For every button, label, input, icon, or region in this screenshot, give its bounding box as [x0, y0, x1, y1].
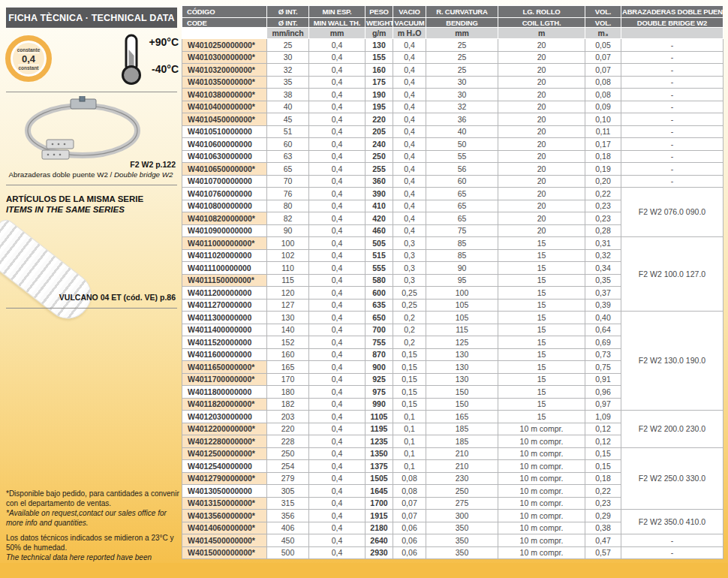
cell-diameter: 220: [267, 423, 309, 435]
cell-weight: 255: [366, 163, 393, 176]
cell-code: W4010510000000: [182, 125, 267, 138]
unit-bending: mm: [426, 28, 498, 39]
divider: [6, 185, 177, 185]
cell-coil: 20: [498, 150, 585, 163]
col-header-vacuum: VACUUM: [393, 18, 426, 28]
cell-bending: 85: [426, 249, 498, 262]
cell-code: W4011800000000: [182, 386, 267, 399]
cell-coil: 15: [498, 324, 585, 336]
cell-diameter: 40: [267, 101, 309, 113]
divider: [6, 92, 177, 92]
cell-code: W4010800000000: [182, 200, 267, 212]
cell-vacuum: 0,4: [393, 101, 426, 113]
cell-volume: 0,08: [585, 89, 621, 101]
cell-diameter: 160: [267, 348, 309, 361]
cell-vacuum: 0,4: [393, 138, 426, 151]
cell-code: W4012280000000*: [182, 435, 267, 448]
cell-weight: 130: [366, 39, 393, 52]
col-header-curvatura: R. CURVATURA: [426, 6, 498, 18]
unit-vacuum: m H₂O: [393, 28, 426, 39]
cell-vacuum: 0,07: [393, 510, 426, 522]
cell-coil: 15: [498, 312, 585, 324]
cell-coil: 20: [498, 39, 585, 52]
cell-code: W4013560000000*: [182, 510, 267, 522]
cell-coil: 15: [498, 274, 585, 287]
col-header-codigo: CÓDIGO: [182, 6, 267, 18]
col-header-double-bridge: DOUBLE BRIDGE W2: [621, 18, 723, 28]
cell-code: W4010600000000: [182, 138, 267, 151]
cell-coil: 10 m compr.: [498, 423, 585, 435]
cell-minwall: 0,4: [309, 163, 366, 176]
cell-minwall: 0,4: [309, 249, 366, 262]
cell-bending: 56: [426, 163, 498, 176]
cell-weight: 205: [366, 125, 393, 138]
cell-weight: 410: [366, 200, 393, 212]
cell-diameter: 406: [267, 522, 309, 534]
cell-diameter: 90: [267, 224, 309, 237]
badge-value: 0,4: [18, 53, 39, 65]
cell-diameter: 32: [267, 64, 309, 77]
cell-vacuum: 0,1: [393, 460, 426, 473]
cell-coil: 10 m compr.: [498, 546, 585, 559]
table-row: W4010300000000*300,41550,425200,07-: [182, 51, 723, 64]
table-body: W4010250000000*250,41300,425200,05-W4010…: [182, 39, 723, 559]
cell-weight: 555: [366, 262, 393, 275]
cell-vacuum: 0,1: [393, 447, 426, 460]
cell-vacuum: 0,15: [393, 386, 426, 399]
cell-weight: 975: [366, 386, 393, 399]
badge-label-bottom: constant: [18, 65, 38, 71]
cell-coil: 15: [498, 336, 585, 349]
cell-volume: 0,73: [585, 348, 621, 361]
cell-clamp-ref: -: [621, 89, 723, 101]
cell-volume: 0,29: [585, 510, 621, 522]
cell-coil: 15: [498, 348, 585, 361]
cell-volume: 1,09: [585, 411, 621, 423]
col-header-peso: PESO: [366, 6, 393, 18]
temp-min-label: -40°C: [152, 63, 179, 75]
cell-minwall: 0,4: [309, 361, 366, 374]
cell-clamp-ref: -: [621, 113, 723, 126]
cell-diameter: 30: [267, 51, 309, 64]
cell-bending: 125: [426, 336, 498, 349]
cell-vacuum: 0,2: [393, 336, 426, 349]
col-header-coil: COIL LGTH.: [498, 18, 585, 28]
cell-clamp-ref: F2 W2 130.0 190.0: [621, 312, 723, 411]
cell-vacuum: 0,06: [393, 546, 426, 559]
cell-weight: 755: [366, 336, 393, 349]
cell-bending: 210: [426, 447, 498, 460]
cell-vacuum: 0,4: [393, 113, 426, 126]
cell-coil: 20: [498, 76, 585, 89]
cell-bending: 105: [426, 299, 498, 312]
cell-bending: 165: [426, 411, 498, 423]
cell-coil: 10 m compr.: [498, 522, 585, 534]
cell-bending: 350: [426, 534, 498, 547]
cell-diameter: 35: [267, 76, 309, 89]
cell-vacuum: 0,4: [393, 64, 426, 77]
cell-volume: 0,23: [585, 212, 621, 225]
cell-bending: 210: [426, 460, 498, 473]
cell-code: W4012540000000: [182, 460, 267, 473]
cell-volume: 0,23: [585, 200, 621, 212]
cell-clamp-ref: F2 W2 100.0 127.0: [621, 237, 723, 312]
cell-diameter: 63: [267, 150, 309, 163]
table-row: W4010320000000*320,41600,425200,07-: [182, 64, 723, 77]
cell-clamp-ref: -: [621, 534, 723, 547]
table-row: W4012500000000*2500,413500,121010 m comp…: [182, 447, 723, 460]
cell-minwall: 0,4: [309, 125, 366, 138]
clamp-reference: F2 W2 p.122: [130, 160, 176, 169]
cell-code: W4011520000000: [182, 336, 267, 349]
cell-diameter: 305: [267, 485, 309, 498]
clamp-caption: Abrazaderas doble puente W2 / Double bri…: [0, 170, 182, 179]
cell-code: W4015000000000*: [182, 546, 267, 559]
cell-clamp-ref: F2 W2 250.0 330.0: [621, 447, 723, 510]
cell-code: W4011270000000: [182, 299, 267, 312]
table-row: W4014500000000*4500,426400,0635010 m com…: [182, 534, 723, 547]
table-row: W4015000000000*5000,429300,0635010 m com…: [182, 546, 723, 559]
cell-volume: 0,69: [585, 336, 621, 349]
cell-vacuum: 0,08: [393, 472, 426, 485]
cell-coil: 15: [498, 373, 585, 386]
cell-code: W4010700000000: [182, 175, 267, 188]
cell-weight: 1350: [366, 447, 393, 460]
cell-minwall: 0,4: [309, 485, 366, 498]
cell-bending: 350: [426, 522, 498, 534]
